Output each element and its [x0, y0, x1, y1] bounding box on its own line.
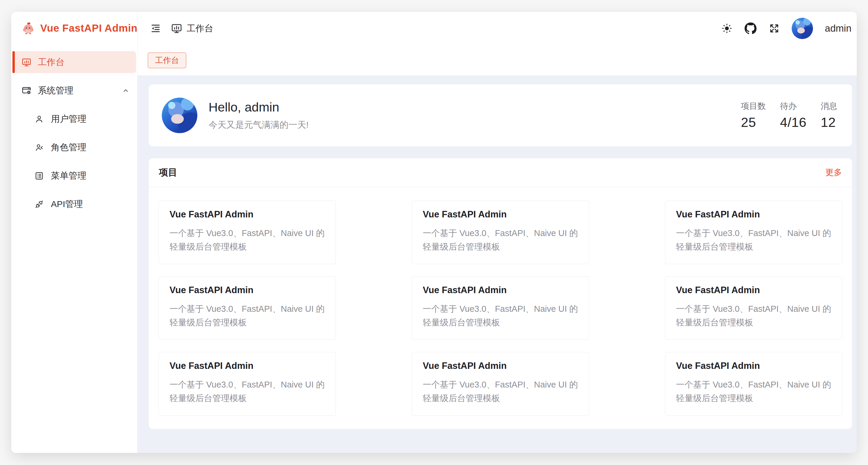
menu-fold-icon[interactable] [150, 23, 161, 34]
route-tag-workbench[interactable]: 工作台 [148, 52, 186, 68]
project-description: 一个基于 Vue3.0、FastAPI、Naive UI 的轻量级后台管理模板 [423, 226, 578, 253]
project-description: 一个基于 Vue3.0、FastAPI、Naive UI 的轻量级后台管理模板 [169, 302, 325, 329]
sidebar-item-label: API管理 [51, 198, 83, 210]
topbar: 工作台 [137, 12, 857, 45]
github-icon[interactable] [744, 22, 757, 35]
projects-title: 项目 [159, 166, 177, 179]
project-title: Vue FastAPI Admin [676, 209, 831, 220]
project-description: 一个基于 Vue3.0、FastAPI、Naive UI 的轻量级后台管理模板 [676, 378, 831, 405]
workbench-icon [171, 23, 183, 34]
project-title: Vue FastAPI Admin [423, 285, 578, 296]
welcome-text: Hello, admin 今天又是元气满满的一天! [209, 100, 309, 131]
stat-value: 4/16 [780, 115, 806, 130]
project-description: 一个基于 Vue3.0、FastAPI、Naive UI 的轻量级后台管理模板 [169, 226, 325, 253]
sidebar-menu: 工作台 系统管理 [11, 51, 137, 222]
project-description: 一个基于 Vue3.0、FastAPI、Naive UI 的轻量级后台管理模板 [676, 226, 831, 253]
project-card[interactable]: Vue FastAPI Admin 一个基于 Vue3.0、FastAPI、Na… [412, 352, 589, 415]
more-link[interactable]: 更多 [826, 167, 842, 178]
project-title: Vue FastAPI Admin [423, 209, 578, 220]
sidebar-item-label: 工作台 [38, 56, 64, 68]
project-description: 一个基于 Vue3.0、FastAPI、Naive UI 的轻量级后台管理模板 [423, 378, 578, 405]
page-title: 工作台 [187, 23, 213, 35]
sidebar-item-label: 系统管理 [38, 85, 73, 97]
project-card[interactable]: Vue FastAPI Admin 一个基于 Vue3.0、FastAPI、Na… [159, 276, 336, 340]
sidebar-item-label: 角色管理 [51, 142, 86, 154]
role-icon [34, 143, 44, 152]
project-description: 一个基于 Vue3.0、FastAPI、Naive UI 的轻量级后台管理模板 [423, 302, 578, 329]
sidebar-item-system[interactable]: 系统管理 [12, 80, 136, 101]
project-card[interactable]: Vue FastAPI Admin 一个基于 Vue3.0、FastAPI、Na… [412, 276, 589, 340]
project-card[interactable]: Vue FastAPI Admin 一个基于 Vue3.0、FastAPI、Na… [412, 200, 589, 264]
project-title: Vue FastAPI Admin [169, 361, 325, 371]
sidebar-item-users[interactable]: 用户管理 [12, 108, 136, 130]
project-title: Vue FastAPI Admin [169, 209, 325, 220]
sidebar-item-label: 用户管理 [51, 113, 86, 125]
chevron-up-icon[interactable] [122, 87, 130, 94]
topbar-actions: admin [721, 18, 851, 39]
project-card[interactable]: Vue FastAPI Admin 一个基于 Vue3.0、FastAPI、Na… [159, 200, 336, 264]
chick-logo-icon [21, 21, 35, 35]
content: Hello, admin 今天又是元气满满的一天! 项目数 25 待办 4/16… [137, 75, 857, 453]
sidebar-item-api[interactable]: API管理 [12, 193, 136, 215]
menu-list-icon [34, 171, 44, 181]
project-card[interactable]: Vue FastAPI Admin 一个基于 Vue3.0、FastAPI、Na… [665, 352, 842, 415]
stat-label: 项目数 [741, 100, 766, 112]
project-card[interactable]: Vue FastAPI Admin 一个基于 Vue3.0、FastAPI、Na… [159, 352, 336, 415]
sidebar-item-menus[interactable]: 菜单管理 [12, 165, 136, 187]
projects-grid: Vue FastAPI Admin 一个基于 Vue3.0、FastAPI、Na… [149, 187, 852, 428]
project-description: 一个基于 Vue3.0、FastAPI、Naive UI 的轻量级后台管理模板 [169, 378, 325, 405]
app-window: Vue FastAPI Admin 工作台 [11, 12, 857, 453]
welcome-card: Hello, admin 今天又是元气满满的一天! 项目数 25 待办 4/16… [149, 84, 852, 147]
project-title: Vue FastAPI Admin [676, 285, 831, 296]
project-title: Vue FastAPI Admin [676, 361, 831, 371]
username[interactable]: admin [825, 23, 851, 34]
projects-card: 项目 更多 Vue FastAPI Admin 一个基于 Vue3.0、Fast… [149, 158, 852, 429]
stat-label: 待办 [780, 100, 806, 112]
greeting-message: 今天又是元气满满的一天! [209, 119, 309, 131]
user-avatar[interactable] [792, 18, 813, 39]
project-title: Vue FastAPI Admin [169, 285, 325, 296]
app-title: Vue FastAPI Admin [40, 22, 137, 34]
tag-bar: 工作台 [137, 45, 857, 75]
stats: 项目数 25 待办 4/16 消息 12 [741, 100, 837, 130]
sidebar-item-label: 菜单管理 [51, 170, 86, 182]
stat-value: 12 [821, 115, 837, 130]
sidebar: Vue FastAPI Admin 工作台 [11, 12, 137, 453]
sidebar-item-roles[interactable]: 角色管理 [12, 136, 136, 158]
breadcrumb: 工作台 [171, 23, 213, 35]
main-area: 工作台 [137, 12, 857, 453]
stat-projects: 项目数 25 [741, 100, 766, 130]
logo[interactable]: Vue FastAPI Admin [11, 12, 137, 35]
project-title: Vue FastAPI Admin [423, 361, 578, 371]
project-description: 一个基于 Vue3.0、FastAPI、Naive UI 的轻量级后台管理模板 [676, 302, 831, 329]
stat-label: 消息 [821, 100, 837, 112]
active-indicator-bar [12, 51, 15, 73]
stat-todo: 待办 4/16 [780, 100, 806, 130]
projects-header: 项目 更多 [149, 158, 852, 187]
stat-messages: 消息 12 [821, 100, 837, 130]
fullscreen-icon[interactable] [769, 23, 780, 34]
theme-sun-icon[interactable] [721, 23, 733, 34]
user-icon [34, 114, 44, 124]
project-card[interactable]: Vue FastAPI Admin 一个基于 Vue3.0、FastAPI、Na… [665, 276, 842, 340]
greeting: Hello, admin [209, 100, 309, 115]
profile-avatar [162, 98, 197, 133]
workbench-icon [21, 57, 32, 67]
sidebar-item-workbench[interactable]: 工作台 [12, 51, 136, 73]
stat-value: 25 [741, 115, 766, 130]
system-settings-icon [21, 86, 32, 96]
api-plug-icon [34, 199, 44, 209]
project-card[interactable]: Vue FastAPI Admin 一个基于 Vue3.0、FastAPI、Na… [665, 200, 842, 264]
